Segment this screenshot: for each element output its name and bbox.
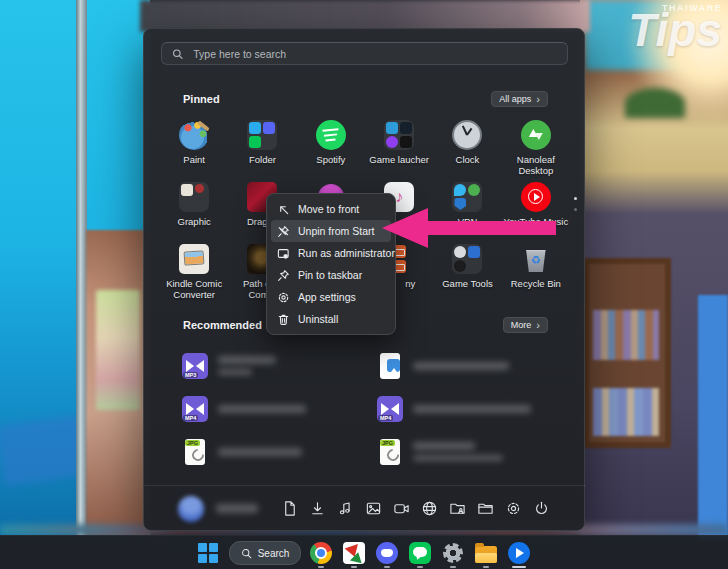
menu-item-app-settings[interactable]: App settings [271,286,391,308]
paint-icon [179,120,209,150]
blurred-filename [218,356,276,375]
recommended-item[interactable] [377,344,554,387]
search-input[interactable] [191,47,557,61]
folder-group-icon [247,120,277,150]
pinned-header: Pinned All apps › [144,91,586,107]
music-icon[interactable] [337,500,354,517]
pinned-app-kindle-comic-converter[interactable]: Kindle Comic Converter [160,239,228,301]
documents-icon[interactable] [281,500,298,517]
taskbar-app-file-explorer[interactable] [473,538,499,568]
power-icon[interactable] [533,500,550,517]
epic-mini-icon [400,136,412,148]
menu-item-uninstall[interactable]: Uninstall [271,308,391,330]
tool-mini-icon [454,260,466,272]
photo-viewer-icon [343,542,365,564]
wallpaper-blue-panel [698,295,728,540]
file-explorer-icon [475,546,497,563]
all-apps-button[interactable]: All apps › [491,91,548,107]
file-explorer-icon[interactable] [477,500,494,517]
empty-mini [263,136,275,148]
jpg-file-icon: JPG [377,439,403,465]
steam-mini-icon [400,122,412,134]
downloads-icon[interactable] [309,500,326,517]
recommended-item[interactable]: MP3 [182,344,359,387]
taskbar-search[interactable]: Search [229,541,302,565]
taskbar-app-line[interactable] [407,538,433,568]
running-indicator [483,566,489,569]
blurred-filename [218,405,306,413]
thaiware-tips-watermark: THAIWARE Tips [628,4,722,53]
telegram-mini-icon [249,122,261,134]
wallpaper-books [593,388,659,436]
blurred-username [216,504,258,513]
recommended-item[interactable]: JPG [377,430,554,473]
personal-folder-icon[interactable] [449,500,466,517]
taskbar-app-discord[interactable] [374,538,400,568]
search-icon [241,548,252,559]
page-dot-active[interactable] [574,197,577,200]
blurred-filename [218,448,302,456]
running-indicator [450,566,456,569]
launcher-mini-icon [386,122,398,134]
image-file-icon [377,353,403,379]
settings-icon[interactable] [505,500,522,517]
discord-mini-icon [263,122,275,134]
game-launcher-folder-icon [384,120,414,150]
start-search-box[interactable] [161,42,568,65]
pinned-app-graphic[interactable]: Graphic [160,177,228,239]
app-settings-icon [277,291,290,304]
running-indicator [384,566,390,569]
mp4-file-icon: MP4 [377,396,403,422]
videos-icon[interactable] [393,500,410,517]
network-icon[interactable] [421,500,438,517]
graphic-mini-icon [195,184,204,193]
kindle-comic-converter-icon [179,244,209,274]
active-indicator [512,566,526,569]
more-button[interactable]: More › [503,317,548,333]
menu-item-pin-to-taskbar[interactable]: Pin to taskbar [271,264,391,286]
blurred-filename [413,405,531,413]
graphic-folder-icon [179,182,209,212]
start-button[interactable] [196,538,222,568]
blurred-filename [413,442,503,461]
empty-mini [468,260,480,272]
running-indicator [351,566,357,569]
watermark-logo: Tips [628,7,722,53]
wallpaper-books [593,310,659,360]
pictures-icon[interactable] [365,500,382,517]
recommended-item[interactable]: MP4 [182,387,359,430]
wallpaper-poster [96,290,140,410]
pinned-app-game-launcher[interactable]: Game laucher [365,115,433,177]
vpn-mini-icon [468,184,480,196]
pinned-app-paint[interactable]: Paint [160,115,228,177]
taskbar-app-chrome[interactable] [308,538,334,568]
pinned-app-spotify[interactable]: Spotify [297,115,365,177]
taskbar-app-media-player[interactable] [506,538,532,568]
page-dot[interactable] [574,208,577,211]
chevron-right-icon: › [536,95,540,103]
recommended-item[interactable]: MP4 [377,387,554,430]
mp4-file-icon: MP4 [182,396,208,422]
pinned-app-clock[interactable]: Clock [433,115,501,177]
running-indicator [417,566,423,569]
empty-mini [195,198,207,210]
recommended-title: Recommended [183,319,262,331]
taskbar-app-photo-viewer[interactable] [341,538,367,568]
line-mini-icon [249,136,261,148]
search-icon [172,48,183,60]
launcher-mini-icon [386,136,398,148]
pinned-app-folder[interactable]: Folder [228,115,296,177]
wallpaper-plant [625,88,685,118]
user-avatar[interactable] [178,496,204,522]
pin-icon [277,269,290,282]
taskbar-app-settings[interactable] [440,538,466,568]
running-indicator [318,566,324,569]
run-admin-icon [277,247,290,260]
uninstall-icon [277,313,290,326]
nanoleaf-icon [521,120,551,150]
chrome-icon [310,542,332,564]
pinned-app-nanoleaf[interactable]: Nanoleaf Desktop [502,115,570,177]
pinned-page-indicator[interactable] [574,197,577,211]
recommended-item[interactable]: JPG [182,430,359,473]
clock-icon [452,120,482,150]
